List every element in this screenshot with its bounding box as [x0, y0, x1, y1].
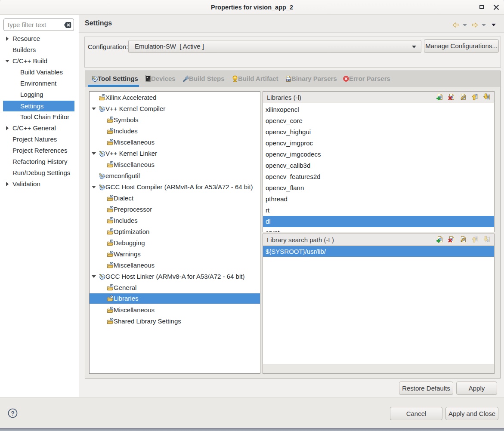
svg-text:?: ? — [11, 410, 15, 417]
